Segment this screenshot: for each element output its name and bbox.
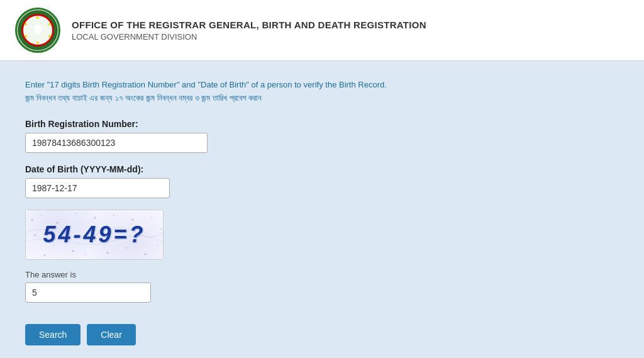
header-subtitle: LOCAL GOVERNMENT DIVISION [72,32,426,42]
svg-point-17 [151,216,152,217]
dob-label: Date of Birth (YYYY-MM-dd): [25,164,619,174]
svg-point-21 [85,255,86,256]
logo [15,8,60,53]
svg-point-10 [31,218,33,220]
answer-label: The answer is [25,270,619,279]
header: OFFICE OF THE REGISTRAR GENERAL, BIRTH A… [0,0,644,61]
svg-point-7 [25,35,27,38]
svg-point-26 [44,254,46,256]
svg-point-4 [48,23,51,26]
svg-point-24 [145,253,147,255]
svg-point-3 [36,16,39,19]
svg-point-16 [132,218,134,220]
svg-point-14 [94,216,96,218]
svg-point-20 [72,250,74,252]
header-text: OFFICE OF THE REGISTRAR GENERAL, BIRTH A… [72,20,426,42]
birth-reg-label: Birth Registration Number: [25,119,619,129]
dob-group: Date of Birth (YYYY-MM-dd): [25,164,619,198]
clear-button[interactable]: Clear [87,324,135,345]
answer-input[interactable] [25,282,151,303]
birth-reg-group: Birth Registration Number: [25,119,619,153]
svg-point-18 [35,234,36,236]
svg-point-22 [107,252,109,254]
info-text-bengali: জন্ম নিবন্ধন তথ্য যাচাই এর জন্য ১৭ অংকের… [25,92,619,105]
captcha-image: 54-49=? [25,210,164,260]
svg-point-25 [157,244,158,245]
birth-reg-input[interactable] [25,133,208,153]
info-text-english: Enter "17 digits Birth Registration Numb… [25,79,619,92]
header-title: OFFICE OF THE REGISTRAR GENERAL, BIRTH A… [72,20,426,30]
dob-input[interactable] [25,178,170,198]
answer-group: The answer is [25,270,619,313]
info-text: Enter "17 digits Birth Registration Numb… [25,79,619,105]
main-content: Enter "17 digits Birth Registration Numb… [0,61,644,358]
svg-point-13 [75,213,77,214]
svg-point-15 [113,215,114,216]
svg-point-8 [25,23,27,26]
search-button[interactable]: Search [25,324,80,345]
captcha-text: 54-49=? [43,221,145,248]
svg-point-11 [41,215,42,216]
svg-point-6 [36,42,39,44]
svg-point-29 [160,228,162,230]
button-row: Search Clear [25,324,619,345]
svg-point-5 [48,35,51,38]
